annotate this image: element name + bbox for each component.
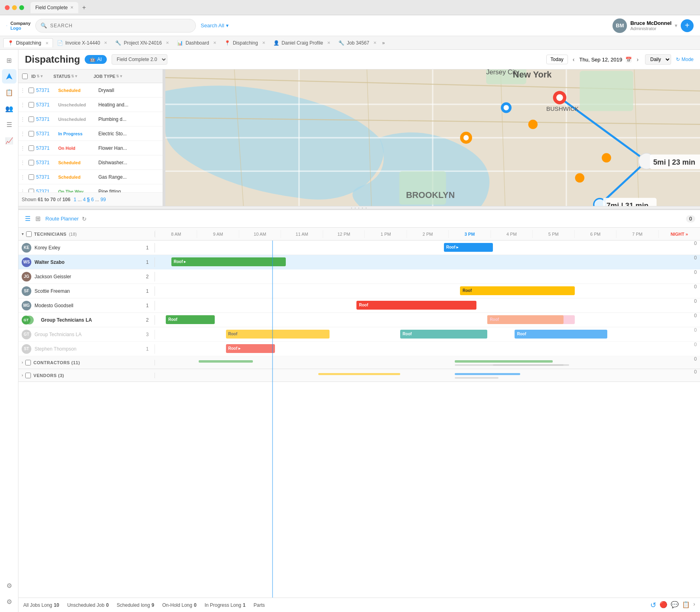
- maximize-button[interactable]: [19, 5, 24, 10]
- filter-icon[interactable]: ▾: [41, 74, 43, 78]
- chat-icon[interactable]: 💬: [671, 601, 679, 610]
- collapse-icon[interactable]: ▾: [22, 232, 24, 236]
- job-id[interactable]: 57371: [36, 189, 58, 193]
- row-checkbox[interactable]: [28, 88, 34, 93]
- minimize-button[interactable]: [12, 5, 17, 10]
- close-button[interactable]: [5, 5, 10, 10]
- sidebar-icon-list[interactable]: ☰: [2, 117, 16, 132]
- job-id[interactable]: 57371: [36, 116, 58, 122]
- collapse-icon[interactable]: ›: [22, 360, 23, 365]
- nav-tabs-more-icon[interactable]: »: [381, 39, 387, 47]
- next-date-button[interactable]: ›: [635, 55, 640, 64]
- nav-tab-profile[interactable]: 👤 Daniel Craig Profile ✕: [269, 39, 334, 47]
- page-link[interactable]: 6: [91, 197, 94, 202]
- nav-tab-dashboard[interactable]: 📊 Dashboard ✕: [173, 39, 220, 47]
- contractors-section-header[interactable]: › CONTRACTORS (11) 0: [18, 356, 700, 369]
- doc-icon[interactable]: 📋: [682, 601, 690, 610]
- nav-tab-close-icon[interactable]: ✕: [262, 41, 265, 45]
- ai-button[interactable]: 🤖 AI: [85, 55, 106, 64]
- job-id[interactable]: 57371: [36, 131, 58, 137]
- job-bar[interactable]: Roof: [400, 330, 487, 339]
- select-all-checkbox[interactable]: [22, 73, 28, 79]
- nav-tab-dispatching-2[interactable]: 📍 Dispatching ✕: [220, 39, 269, 47]
- browser-tab-active[interactable]: Field Complete ✕: [31, 2, 78, 13]
- table-map-area: ID ⇅ ▾ STATUS ⇅ ▾ JOB TYPE ⇅ ▾: [18, 69, 700, 206]
- row-checkbox[interactable]: [28, 174, 34, 180]
- row-checkbox[interactable]: [28, 160, 34, 165]
- route-planner-title[interactable]: Route Planner: [45, 216, 79, 222]
- nav-tab-project[interactable]: 🔧 Project XN-24016 ✕: [111, 39, 173, 47]
- sidebar-icon-document[interactable]: 📋: [2, 85, 16, 100]
- job-bar[interactable]: Roof: [515, 330, 607, 339]
- notification-icon[interactable]: 🔴: [659, 601, 667, 610]
- page-link[interactable]: 1: [73, 197, 76, 202]
- filter-icon[interactable]: ▾: [120, 74, 122, 78]
- nav-tab-invoice[interactable]: 📄 Invoice X-14440 ✕: [53, 39, 112, 47]
- th-id[interactable]: ID ⇅ ▾: [30, 74, 52, 79]
- job-id[interactable]: 57371: [36, 160, 58, 165]
- loading-icon[interactable]: ↺: [650, 601, 656, 610]
- nav-tab-close-icon[interactable]: ✕: [45, 41, 49, 45]
- search-input[interactable]: [50, 23, 191, 29]
- nav-tab-close-icon[interactable]: ✕: [373, 41, 376, 45]
- collapse-icon[interactable]: ›: [22, 373, 23, 377]
- job-id[interactable]: 57371: [36, 102, 58, 108]
- nav-tab-close-icon[interactable]: ✕: [166, 41, 169, 45]
- sidebar-icon-dispatch[interactable]: [2, 69, 16, 84]
- job-id[interactable]: 57371: [36, 88, 58, 93]
- search-all-button[interactable]: Search All ▾: [201, 22, 229, 29]
- sidebar-icon-settings-2[interactable]: ⚙: [2, 594, 16, 609]
- grid-view-tab[interactable]: ⊞: [34, 213, 42, 224]
- vertical-resize-handle[interactable]: • • • • •: [18, 206, 700, 209]
- job-bar[interactable]: Roof: [460, 286, 574, 295]
- add-button[interactable]: +: [681, 19, 694, 32]
- search-bar[interactable]: 🔍: [35, 19, 196, 33]
- page-link[interactable]: 99: [100, 197, 106, 202]
- chevron-down-icon[interactable]: ▾: [675, 22, 678, 29]
- filter-icon[interactable]: ▾: [75, 74, 77, 78]
- nav-tab-close-icon[interactable]: ✕: [104, 41, 107, 45]
- job-bar[interactable]: Roof ▸: [226, 344, 275, 353]
- row-checkbox[interactable]: [28, 189, 34, 193]
- avatar: KE: [22, 243, 31, 253]
- refresh-button[interactable]: ↻: [82, 216, 87, 222]
- vendors-section-header[interactable]: › VENDORS (3) 0: [18, 369, 700, 382]
- expand-icon[interactable]: ›: [693, 601, 695, 610]
- mode-button[interactable]: ↻ Mode: [676, 57, 694, 62]
- job-id[interactable]: 57371: [36, 174, 58, 180]
- job-bar[interactable]: Roof: [356, 301, 476, 310]
- row-end-count: 0: [694, 369, 697, 375]
- row-checkbox[interactable]: [28, 116, 34, 122]
- nav-tab-close-icon[interactable]: ✕: [213, 41, 216, 45]
- list-view-tab[interactable]: ☰: [23, 213, 32, 224]
- row-checkbox[interactable]: [28, 145, 34, 151]
- today-button[interactable]: Today: [546, 55, 568, 64]
- vendors-checkbox[interactable]: [25, 373, 31, 378]
- job-bar[interactable]: Roof ▸: [171, 257, 286, 266]
- page-link[interactable]: 4: [83, 197, 86, 202]
- sidebar-icon-chart[interactable]: 📈: [2, 133, 16, 148]
- sidebar-icon-grid[interactable]: ⊞: [2, 53, 16, 67]
- nav-tab-close-icon[interactable]: ✕: [327, 41, 330, 45]
- sidebar-icon-settings-1[interactable]: ⚙: [2, 578, 16, 593]
- nav-tab-job[interactable]: 🔧 Job 34567 ✕: [334, 39, 381, 47]
- job-bar[interactable]: Roof: [226, 330, 330, 339]
- row-checkbox[interactable]: [28, 102, 34, 108]
- nav-tab-dispatching-1[interactable]: 📍 Dispatching ✕: [3, 38, 53, 47]
- calendar-icon[interactable]: 📅: [625, 57, 632, 63]
- view-select[interactable]: Daily: [645, 54, 671, 65]
- th-jobtype[interactable]: JOB TYPE ⇅ ▾: [92, 74, 161, 79]
- browser-tab-close-icon[interactable]: ✕: [70, 5, 73, 10]
- row-checkbox[interactable]: [28, 131, 34, 137]
- job-id[interactable]: 57371: [36, 145, 58, 151]
- contractors-checkbox[interactable]: [25, 360, 31, 365]
- job-bar[interactable]: Roof: [166, 315, 215, 324]
- page-link-current[interactable]: 5: [87, 197, 90, 202]
- prev-date-button[interactable]: ‹: [571, 55, 576, 64]
- job-bar[interactable]: Roof ▸: [444, 243, 493, 252]
- version-select[interactable]: Field Complete 2.0: [112, 54, 167, 65]
- select-all-techs-checkbox[interactable]: [26, 231, 32, 237]
- sidebar-icon-users[interactable]: 👥: [2, 101, 16, 116]
- th-status[interactable]: STATUS ⇅ ▾: [52, 74, 92, 79]
- new-tab-button[interactable]: +: [79, 2, 89, 13]
